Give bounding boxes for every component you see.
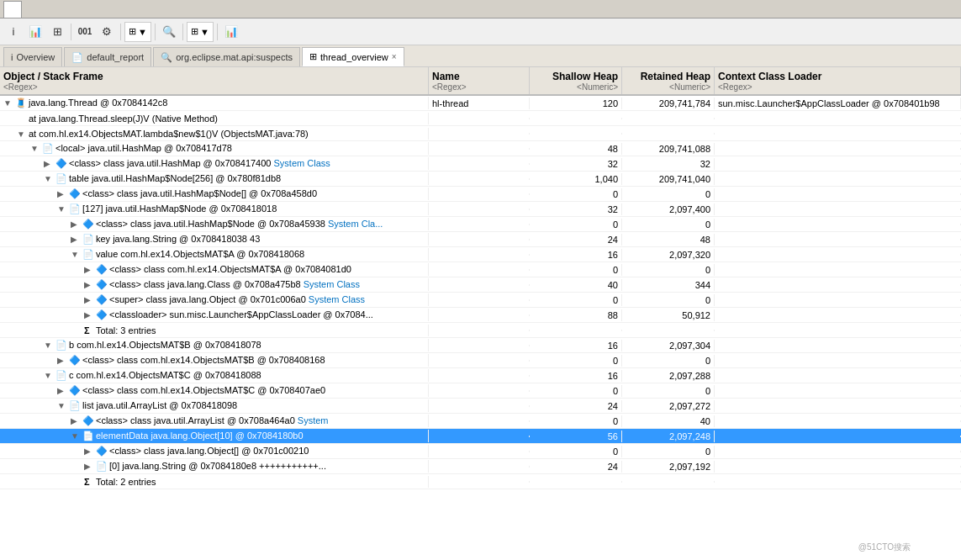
toggle-btn[interactable]: ▶ bbox=[84, 462, 96, 471]
toggle-btn[interactable]: ▼ bbox=[44, 174, 55, 183]
table-row[interactable]: ▼📄<local> java.util.HashMap @ 0x708417d7… bbox=[0, 141, 961, 156]
table-row[interactable]: ▶📄key java.lang.String @ 0x708418038 432… bbox=[0, 232, 961, 247]
cell-shallow-heap: 16 bbox=[530, 340, 622, 351]
toolbar-btn-chart[interactable]: 📊 bbox=[25, 22, 45, 42]
row-label: at com.hl.ex14.ObjectsMAT.lambda$new$1()… bbox=[29, 129, 309, 139]
table-row[interactable]: Σ Total: 3 entries bbox=[0, 323, 961, 338]
toggle-btn[interactable]: ▼ bbox=[44, 341, 55, 350]
toggle-btn[interactable]: ▼ bbox=[71, 431, 82, 441]
tab-close-thread[interactable]: × bbox=[392, 52, 397, 61]
toggle-btn[interactable]: ▼ bbox=[3, 98, 15, 108]
table-row[interactable]: ▶🔷<classloader> sun.misc.Launcher$AppCla… bbox=[0, 308, 961, 323]
cell-shallow-heap: 40 bbox=[530, 279, 622, 291]
toggle-btn[interactable]: ▶ bbox=[71, 219, 82, 229]
toggle-btn[interactable]: ▶ bbox=[57, 356, 69, 365]
row-label: elementData java.lang.Object[10] @ 0x708… bbox=[96, 431, 304, 441]
cell-retained-heap: 2,097,248 bbox=[622, 431, 715, 442]
row-label: <class> class java.lang.Class @ 0x708a47… bbox=[109, 279, 304, 289]
toggle-btn[interactable]: ▼ bbox=[44, 371, 55, 380]
toolbar-dropdown-2[interactable]: ⊞ ▼ bbox=[187, 22, 214, 42]
toggle-btn[interactable]: ▶ bbox=[57, 386, 69, 395]
toggle-btn[interactable]: ▶ bbox=[57, 189, 69, 198]
table-row[interactable]: ▼📄c com.hl.ex14.ObjectsMAT$C @ 0x7084180… bbox=[0, 368, 961, 383]
cell-retained-heap: 0 bbox=[622, 355, 715, 367]
toolbar-btn-grid[interactable]: ⊞ bbox=[47, 22, 67, 42]
table-row[interactable]: ▼🧵java.lang.Thread @ 0x7084142c8hl-threa… bbox=[0, 96, 961, 111]
row-label: <class> class java.util.HashMap$Node @ 0… bbox=[96, 219, 328, 229]
cell-retained-heap: 0 bbox=[622, 188, 715, 200]
cell-object: Σ Total: 2 entries bbox=[0, 476, 429, 488]
table-row[interactable]: ▶🔷<class> class java.util.ArrayList @ 0x… bbox=[0, 414, 961, 429]
toggle-btn[interactable]: ▶ bbox=[71, 416, 82, 425]
node-icon: 🔷 bbox=[96, 294, 108, 305]
toolbar-dropdown-1[interactable]: ⊞ ▼ bbox=[124, 22, 151, 42]
cell-retained-heap: 32 bbox=[622, 158, 715, 170]
table-row[interactable]: ▼📄b com.hl.ex14.ObjectsMAT$B @ 0x7084180… bbox=[0, 338, 961, 353]
toggle-btn[interactable]: ▼ bbox=[30, 144, 42, 153]
toggle-btn[interactable]: ▼ bbox=[57, 204, 69, 214]
table-row[interactable]: ▼at com.hl.ex14.ObjectsMAT.lambda$new$1(… bbox=[0, 126, 961, 141]
col-header-context: Context Class Loader <Regex> bbox=[715, 67, 961, 94]
tab-suspects[interactable]: 🔍 org.eclipse.mat.api:suspects bbox=[153, 47, 300, 66]
toolbar-btn-001[interactable]: 001 bbox=[75, 22, 95, 42]
col-header-retained: Retained Heap <Numeric> bbox=[622, 67, 715, 94]
table-row[interactable]: ▼📄value com.hl.ex14.ObjectsMAT$A @ 0x708… bbox=[0, 247, 961, 262]
row-label: [0] java.lang.String @ 0x7084180e8 +++++… bbox=[109, 461, 326, 471]
table-row[interactable]: ▼📄list java.util.ArrayList @ 0x708418098… bbox=[0, 399, 961, 414]
cell-shallow-heap: 0 bbox=[530, 446, 622, 457]
table-row[interactable]: ▶🔷<class> class java.util.HashMap$Node @… bbox=[0, 217, 961, 232]
table-row[interactable]: at java.lang.Thread.sleep(J)V (Native Me… bbox=[0, 111, 961, 126]
table-row[interactable]: ▶🔷<class> class com.hl.ex14.ObjectsMAT$B… bbox=[0, 353, 961, 368]
toggle-btn[interactable]: ▼ bbox=[71, 250, 82, 259]
node-icon: 📄 bbox=[55, 173, 67, 184]
cell-object: ▶🔷<class> class java.util.HashMap$Node[]… bbox=[0, 188, 429, 200]
toggle-btn[interactable]: ▶ bbox=[84, 265, 96, 274]
cell-shallow-heap bbox=[530, 481, 622, 483]
toolbar: i 📊 ⊞ 001 ⚙ ⊞ ▼ 🔍 ⊞ ▼ 📊 bbox=[0, 18, 961, 45]
tab-label-thread: thread_overview bbox=[320, 52, 388, 62]
cell-object: ▶🔷<super> class java.lang.Object @ 0x701… bbox=[0, 293, 429, 306]
node-icon: 📄 bbox=[82, 431, 94, 441]
toolbar-btn-chart2[interactable]: 📊 bbox=[221, 22, 241, 42]
cell-name bbox=[429, 330, 530, 331]
cell-name bbox=[429, 284, 530, 286]
cell-retained-heap: 0 bbox=[622, 294, 715, 306]
tab-thread-overview[interactable]: ⊞ thread_overview × bbox=[302, 47, 404, 66]
cell-name bbox=[429, 269, 530, 271]
cell-retained-heap: 48 bbox=[622, 234, 715, 246]
row-label: Total: 3 entries bbox=[96, 325, 156, 335]
toggle-btn[interactable]: ▶ bbox=[84, 280, 96, 289]
table-row[interactable]: ▶🔷<class> class com.hl.ex14.ObjectsMAT$A… bbox=[0, 262, 961, 277]
cell-name bbox=[429, 254, 530, 256]
table-row[interactable]: ▶📄[0] java.lang.String @ 0x7084180e8 +++… bbox=[0, 459, 961, 474]
toggle-btn[interactable]: ▶ bbox=[71, 235, 82, 244]
toggle-btn[interactable]: ▶ bbox=[84, 310, 96, 320]
toggle-btn[interactable]: ▼ bbox=[17, 129, 29, 139]
toggle-btn[interactable]: ▶ bbox=[84, 446, 96, 456]
table-row[interactable]: ▶🔷<class> class com.hl.ex14.ObjectsMAT$C… bbox=[0, 383, 961, 399]
toolbar-btn-info[interactable]: i bbox=[3, 22, 24, 42]
table-row[interactable]: ▼📄elementData java.lang.Object[10] @ 0x7… bbox=[0, 429, 961, 444]
tab-label-report: default_report bbox=[87, 52, 144, 62]
table-row[interactable]: ▶🔷<class> class java.util.HashMap @ 0x70… bbox=[0, 156, 961, 172]
table-row[interactable]: ▶🔷<class> class java.lang.Object[] @ 0x7… bbox=[0, 444, 961, 459]
toggle-btn[interactable]: ▶ bbox=[84, 295, 96, 304]
cell-retained-heap: 0 bbox=[622, 446, 715, 457]
table-row[interactable]: ▼📄[127] java.util.HashMap$Node @ 0x70841… bbox=[0, 202, 961, 217]
toggle-btn[interactable]: ▼ bbox=[57, 401, 69, 410]
cell-name bbox=[429, 133, 530, 135]
toolbar-btn-gear[interactable]: ⚙ bbox=[97, 22, 117, 42]
cell-context-class-loader bbox=[715, 269, 961, 271]
toolbar-btn-search[interactable]: 🔍 bbox=[159, 22, 179, 42]
file-tab[interactable] bbox=[3, 1, 22, 18]
tab-default-report[interactable]: 📄 default_report bbox=[64, 47, 151, 66]
table-row[interactable]: ▶🔷<class> class java.lang.Class @ 0x708a… bbox=[0, 277, 961, 293]
table-row[interactable]: ▶🔷<class> class java.util.HashMap$Node[]… bbox=[0, 187, 961, 202]
table-row[interactable]: Σ Total: 2 entries bbox=[0, 474, 961, 489]
table-row[interactable]: ▼📄table java.util.HashMap$Node[256] @ 0x… bbox=[0, 172, 961, 187]
watermark: @51CTO搜索 bbox=[858, 542, 911, 553]
tab-overview[interactable]: i Overview bbox=[3, 47, 62, 66]
table-row[interactable]: ▶🔷<super> class java.lang.Object @ 0x701… bbox=[0, 293, 961, 308]
cell-context-class-loader bbox=[715, 360, 961, 362]
toggle-btn[interactable]: ▶ bbox=[44, 159, 55, 168]
